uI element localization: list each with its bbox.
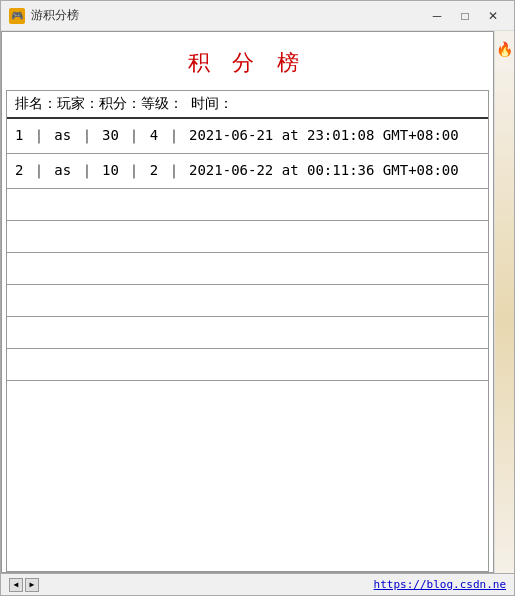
right-sidebar: 🔥 热门 xyxy=(494,31,514,573)
title-controls: ─ □ ✕ xyxy=(424,6,506,26)
empty-row-7 xyxy=(7,317,488,349)
empty-row-4 xyxy=(7,221,488,253)
table-row: 1 ｜ as ｜ 30 ｜ 4 ｜ 2021-06-21 at 23:01:08… xyxy=(7,119,488,154)
empty-row-5 xyxy=(7,253,488,285)
empty-row-6 xyxy=(7,285,488,317)
row-2-content: 2 ｜ as ｜ 10 ｜ 2 ｜ 2021-06-22 at 00:11:36… xyxy=(15,162,459,180)
title-bar: 🎮 游积分榜 ─ □ ✕ xyxy=(1,1,514,31)
bottom-bar: ◀ ▶ https://blog.csdn.ne xyxy=(1,573,514,595)
table-header: 排名：玩家：积分：等级： 时间： xyxy=(7,91,488,119)
sidebar-hot-label: 🔥 热门 xyxy=(496,41,514,66)
main-window: 🎮 游积分榜 ─ □ ✕ 积 分 榜 排名：玩家：积分：等级： 时间： 1 ｜ … xyxy=(0,0,515,596)
empty-row-3 xyxy=(7,189,488,221)
header-text: 排名：玩家：积分：等级： 时间： xyxy=(15,95,233,113)
leaderboard-content[interactable]: 排名：玩家：积分：等级： 时间： 1 ｜ as ｜ 30 ｜ 4 ｜ 2021-… xyxy=(6,90,489,572)
horizontal-scroll: ◀ ▶ xyxy=(9,578,39,592)
leaderboard-window: 积 分 榜 排名：玩家：积分：等级： 时间： 1 ｜ as ｜ 30 ｜ 4 ｜… xyxy=(1,31,494,573)
row-1-content: 1 ｜ as ｜ 30 ｜ 4 ｜ 2021-06-21 at 23:01:08… xyxy=(15,127,459,145)
scroll-left-button[interactable]: ◀ xyxy=(9,578,23,592)
sidebar-decoration xyxy=(495,66,514,573)
minimize-button[interactable]: ─ xyxy=(424,6,450,26)
main-layout: 积 分 榜 排名：玩家：积分：等级： 时间： 1 ｜ as ｜ 30 ｜ 4 ｜… xyxy=(1,31,514,573)
bottom-spacer xyxy=(7,381,488,441)
close-button[interactable]: ✕ xyxy=(480,6,506,26)
maximize-button[interactable]: □ xyxy=(452,6,478,26)
title-bar-left: 🎮 游积分榜 xyxy=(9,7,79,24)
window-icon: 🎮 xyxy=(9,8,25,24)
empty-row-8 xyxy=(7,349,488,381)
window-title: 游积分榜 xyxy=(31,7,79,24)
scroll-right-button[interactable]: ▶ xyxy=(25,578,39,592)
table-row: 2 ｜ as ｜ 10 ｜ 2 ｜ 2021-06-22 at 00:11:36… xyxy=(7,154,488,189)
leaderboard-title: 积 分 榜 xyxy=(2,32,493,90)
url-display: https://blog.csdn.ne xyxy=(374,578,506,591)
